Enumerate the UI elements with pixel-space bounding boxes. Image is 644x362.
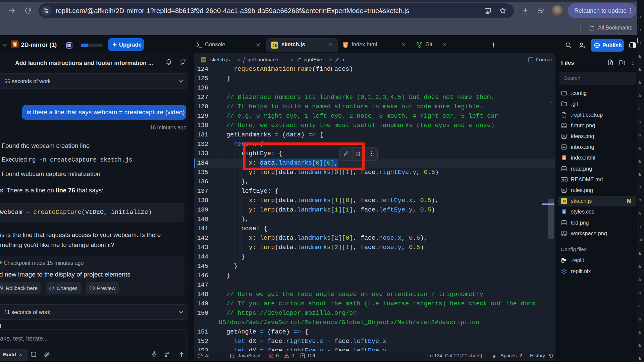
svg-text:JS: JS: [202, 59, 205, 62]
svg-text:JS: JS: [272, 44, 277, 48]
svg-text:JS: JS: [562, 200, 566, 203]
